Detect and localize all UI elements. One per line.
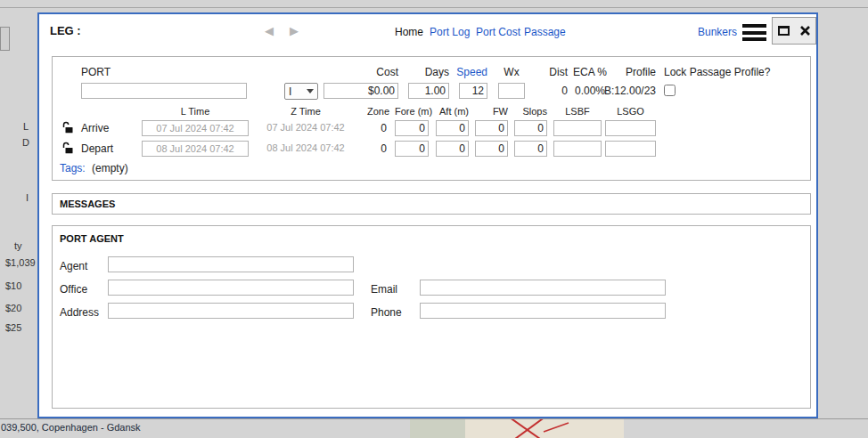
email-input[interactable] (420, 280, 666, 296)
office-input[interactable] (108, 280, 354, 296)
speed-header-link[interactable]: Speed (454, 66, 487, 78)
leg-type-select[interactable]: I (284, 83, 318, 100)
dialog-title: LEG : (50, 24, 81, 37)
agent-input[interactable] (108, 256, 354, 272)
depart-lsbf-input[interactable] (553, 141, 602, 157)
hamburger-bar (742, 31, 766, 35)
arrive-ztime-value: 07 Jul 2024 07:42 (261, 122, 350, 133)
dist-value: 0 (541, 85, 568, 97)
arrive-zone-value: 0 (363, 122, 387, 134)
depart-fw-input[interactable] (475, 141, 508, 157)
map-land-shape (410, 419, 465, 438)
eca-header: ECA % (573, 66, 605, 78)
port-agent-title: PORT AGENT (60, 233, 124, 244)
screen: { "colors": { "modal_border": "#3a6cc0",… (0, 0, 868, 438)
arrive-label: Arrive (81, 122, 109, 134)
ltime-header: L Time (151, 106, 240, 117)
nav-link-passage[interactable]: Passage (524, 26, 566, 38)
nav-link-port-log[interactable]: Port Log (430, 26, 470, 38)
background-map (410, 419, 624, 438)
close-button[interactable] (798, 23, 813, 38)
leg-section: PORT Cost Days Speed Wx Dist ECA % Profi… (52, 56, 811, 181)
leg-dialog: LEG : ◀ ▶ Home Port Log Port Cost Passag… (37, 12, 818, 418)
depart-fore-input[interactable] (395, 141, 429, 157)
wx-input[interactable] (498, 83, 525, 99)
agent-label: Agent (60, 260, 87, 272)
background-text-fragment: I (26, 192, 29, 203)
hamburger-bar (742, 37, 766, 41)
days-header: Days (417, 66, 449, 78)
fore-header: Fore (m) (395, 106, 429, 117)
arrive-aft-input[interactable] (436, 120, 469, 136)
depart-ztime-value: 08 Jul 2024 07:42 (261, 142, 350, 153)
lock-open-icon[interactable] (61, 142, 74, 154)
hamburger-menu-icon[interactable] (742, 24, 766, 41)
port-input[interactable] (81, 83, 247, 99)
port-label: PORT (81, 66, 111, 78)
arrive-ltime-input[interactable] (142, 120, 249, 136)
ztime-header: Z Time (261, 106, 350, 117)
depart-slops-input[interactable] (514, 141, 547, 157)
nav-next-icon[interactable]: ▶ (290, 24, 299, 37)
eca-value: 0.00% (573, 85, 605, 97)
background-text-fragment: $1,039 (5, 257, 36, 268)
lsgo-header: LSGO (605, 106, 656, 117)
arrive-lsgo-input[interactable] (605, 120, 656, 136)
close-icon (799, 25, 811, 36)
chevron-down-icon (307, 89, 314, 93)
background-route-text: 039,500, Copenhagen - Gdansk (1, 422, 141, 433)
background-text-fragment: $25 (5, 322, 21, 333)
cost-header: Cost (366, 66, 398, 78)
hamburger-bar (742, 24, 766, 28)
slops-header: Slops (514, 106, 547, 117)
tags-link[interactable]: Tags: (60, 162, 86, 174)
arrive-lsbf-input[interactable] (553, 120, 602, 136)
depart-ltime-input[interactable] (142, 141, 249, 157)
cost-input[interactable] (323, 83, 398, 99)
background-text-fragment: D (22, 137, 29, 148)
office-label: Office (60, 283, 87, 296)
lsbf-header: LSBF (553, 106, 602, 117)
leg-type-value: I (289, 85, 291, 98)
arrive-fore-input[interactable] (395, 120, 429, 136)
arrive-fw-input[interactable] (475, 120, 508, 136)
profile-header: Profile (620, 66, 656, 78)
depart-aft-input[interactable] (436, 141, 469, 157)
nav-previous-icon[interactable]: ◀ (265, 24, 274, 37)
background-top-divider (0, 7, 868, 8)
background-text-fragment: $10 (5, 280, 21, 291)
background-panel-fragment (0, 27, 10, 51)
port-agent-section: PORT AGENT Agent Office Email Address Ph… (52, 225, 811, 409)
aft-header: Aft (m) (436, 106, 469, 117)
address-input[interactable] (108, 303, 354, 319)
dist-header: Dist (541, 66, 568, 78)
arrive-slops-input[interactable] (514, 120, 547, 136)
nav-link-bunkers[interactable]: Bunkers (698, 26, 737, 38)
lock-open-icon[interactable] (61, 121, 74, 134)
phone-label: Phone (371, 306, 402, 319)
email-label: Email (371, 283, 397, 296)
background-text-fragment: $20 (5, 303, 21, 313)
background-text-fragment: ty (14, 240, 22, 251)
nav-link-home[interactable]: Home (395, 26, 423, 38)
days-input[interactable] (408, 83, 449, 99)
maximize-icon (778, 26, 790, 36)
lock-passage-profile-label: Lock Passage Profile? (664, 66, 770, 78)
profile-value: B:12.00/23 (602, 85, 656, 97)
nav-link-port-cost[interactable]: Port Cost (476, 26, 520, 38)
depart-label: Depart (81, 142, 113, 155)
messages-section: MESSAGES (52, 193, 811, 215)
depart-zone-value: 0 (363, 142, 387, 155)
fw-header: FW (475, 106, 508, 117)
maximize-button[interactable] (776, 23, 791, 38)
zone-header: Zone (363, 106, 389, 117)
depart-lsgo-input[interactable] (605, 141, 656, 157)
wx-header: Wx (498, 66, 525, 78)
lock-passage-profile-checkbox[interactable] (664, 85, 676, 96)
speed-input[interactable] (459, 83, 487, 99)
phone-input[interactable] (420, 303, 666, 319)
messages-title: MESSAGES (60, 199, 115, 209)
background-text-fragment: L (23, 121, 29, 132)
tags-value: (empty) (92, 162, 128, 174)
window-controls (772, 17, 816, 45)
